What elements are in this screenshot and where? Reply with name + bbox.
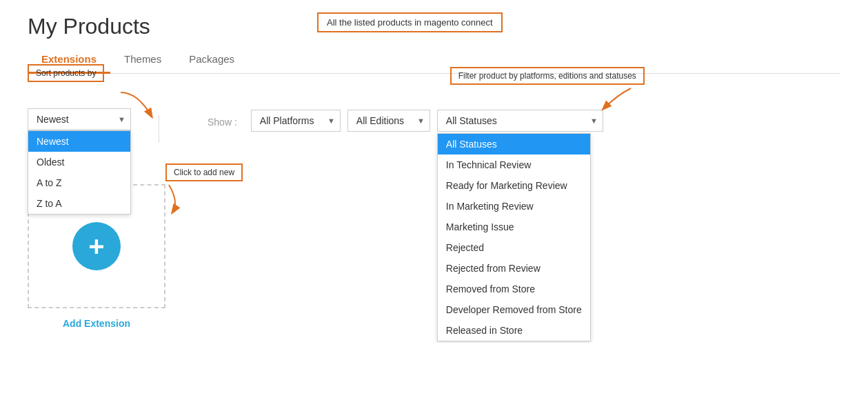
tabs-bar: Extensions Themes Packages (28, 46, 840, 74)
tab-packages[interactable]: Packages (175, 46, 248, 74)
platform-select[interactable]: All Platforms CE EE (251, 110, 341, 132)
add-extension-label: Add Extension (28, 318, 165, 329)
status-option-removed-store[interactable]: Removed from Store (438, 279, 590, 299)
platform-dropdown-wrapper: All Platforms CE EE ▼ (251, 110, 341, 132)
sort-dropdown-wrapper: Newest Oldest A to Z Z to A ▼ Newest Old… (28, 108, 131, 130)
controls-row: Sort products by Newest Oldest A to Z Z … (28, 88, 840, 143)
status-option-dev-removed[interactable]: Developer Removed from Store (438, 299, 590, 320)
click-callout: Click to add new (165, 163, 243, 181)
sort-select[interactable]: Newest Oldest A to Z Z to A (28, 108, 131, 130)
statuses-dropdown-menu: All Statuses In Technical Review Ready f… (437, 133, 591, 341)
statuses-select[interactable]: All Statuses In Technical Review Ready f… (437, 110, 603, 132)
tab-themes[interactable]: Themes (110, 46, 175, 74)
sort-option-atoz[interactable]: A to Z (28, 172, 130, 193)
status-option-marketing-issue[interactable]: Marketing Issue (438, 217, 590, 237)
filter-callout-arrow-svg (589, 85, 645, 112)
status-option-marketing-review[interactable]: Ready for Marketing Review (438, 175, 590, 196)
click-callout-arrow-svg (165, 181, 207, 216)
sort-dropdown-menu: Newest Oldest A to Z Z to A (28, 130, 131, 215)
show-label: Show : (208, 117, 237, 128)
filter-callout: Filter product by platforms, editions an… (450, 67, 645, 85)
product-area: Click to add new + (28, 184, 840, 308)
sort-callout-arrow-svg (117, 89, 159, 123)
sort-option-oldest[interactable]: Oldest (28, 152, 130, 172)
status-option-released[interactable]: Released in Store (438, 320, 590, 341)
top-callout: All the listed products in magento conne… (317, 12, 503, 32)
edition-dropdown-wrapper: All Editions 1.x 2.x ▼ (347, 110, 430, 132)
sort-section: Sort products by Newest Oldest A to Z Z … (28, 108, 131, 130)
add-extension-icon: + (72, 222, 121, 270)
status-option-in-marketing-review[interactable]: In Marketing Review (438, 196, 590, 217)
status-option-rejected-review[interactable]: Rejected from Review (438, 258, 590, 279)
sort-option-ztoa[interactable]: Z to A (28, 193, 130, 214)
status-option-all[interactable]: All Statuses (438, 134, 590, 154)
edition-select[interactable]: All Editions 1.x 2.x (347, 110, 430, 132)
statuses-dropdown-wrapper: Filter product by platforms, editions an… (437, 110, 603, 132)
separator (159, 115, 159, 143)
status-option-rejected[interactable]: Rejected (438, 237, 590, 258)
status-option-tech-review[interactable]: In Technical Review (438, 154, 590, 175)
sort-option-newest[interactable]: Newest (28, 131, 130, 152)
sort-callout: Sort products by (28, 64, 104, 82)
